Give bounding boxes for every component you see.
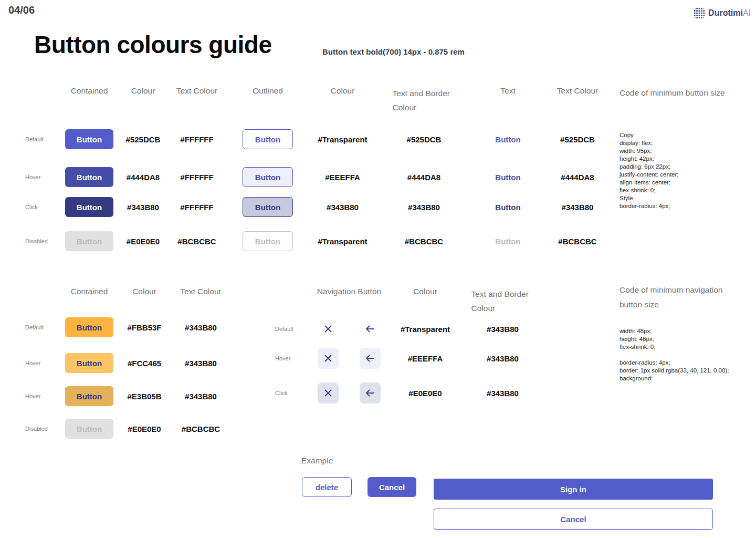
outlined-colour-value: #Transparent bbox=[310, 231, 375, 251]
col-header-text: Text bbox=[472, 86, 543, 115]
cancel-outlined-button[interactable]: Cancel bbox=[434, 509, 713, 530]
contained-colour-value: #E0E0E0 bbox=[118, 231, 168, 251]
example-section: Example delete Cancel Sign in Cancel bbox=[0, 452, 756, 538]
col-header-colour: Colour bbox=[118, 86, 168, 115]
close-button-default[interactable] bbox=[318, 318, 339, 339]
outlined-text-border-colour-value: #444DA8 bbox=[375, 167, 472, 187]
col-header-text-colour2: Text Colour bbox=[543, 86, 612, 115]
contained-button-hover[interactable]: Button bbox=[65, 167, 113, 187]
cancel-button[interactable]: Cancel bbox=[368, 477, 416, 497]
row-state-label: Disabled bbox=[23, 419, 60, 439]
delete-button[interactable]: delete bbox=[302, 477, 352, 497]
colour-value: #E3B05B bbox=[118, 386, 171, 406]
outlined-colour-value: #343B80 bbox=[310, 197, 375, 217]
outlined-button-disabled[interactable]: Button bbox=[243, 231, 293, 251]
outlined-text-border-colour-value: #BCBCBC bbox=[375, 231, 472, 251]
contained-colour-value: #343B80 bbox=[118, 197, 168, 217]
page-number: 04/06 bbox=[8, 4, 35, 16]
contained-button-disabled[interactable]: Button bbox=[65, 231, 113, 251]
primary-buttons-table: Contained Colour Text Colour Outlined Co… bbox=[0, 79, 756, 278]
row-state-label: Click bbox=[273, 382, 307, 404]
row-state-label: Default bbox=[23, 317, 60, 337]
contained-yellow-button-default[interactable]: Button bbox=[65, 317, 113, 337]
contained-colour-value: #525DCB bbox=[118, 129, 168, 149]
button-size-code: Copy display: flex; width: 95px; height:… bbox=[620, 131, 679, 210]
contained-text-colour-value: #FFFFFF bbox=[168, 197, 226, 217]
nav-colour-value: #E0E0E0 bbox=[391, 382, 459, 404]
table-row-disabled: Disabled Button #E0E0E0 #BCBCBC bbox=[0, 419, 315, 439]
arrow-left-icon bbox=[364, 388, 376, 398]
row-state-label: Hover bbox=[23, 386, 60, 406]
table-row-default: Default Button #FBB53F #343B80 bbox=[0, 317, 315, 337]
arrow-left-icon bbox=[364, 324, 376, 334]
colour-value: #FCC465 bbox=[118, 353, 171, 373]
text-button-disabled[interactable]: Button bbox=[495, 237, 520, 246]
close-icon bbox=[323, 324, 333, 334]
back-button-default[interactable] bbox=[360, 318, 381, 339]
secondary-buttons-table: Contained Colour Text Colour Default But… bbox=[0, 278, 756, 452]
text-text-colour-value: #343B80 bbox=[543, 197, 612, 217]
row-state-label: Disabled bbox=[23, 231, 60, 251]
logo-suffix: AI bbox=[743, 8, 751, 17]
row-state-label: Hover bbox=[273, 348, 307, 369]
contained-button-default[interactable]: Button bbox=[65, 129, 113, 149]
col-header-nav-code: Code of minimum navigation button size bbox=[620, 283, 732, 312]
outlined-colour-value: #Transparent bbox=[310, 129, 375, 149]
contained-text-colour-value: #FFFFFF bbox=[168, 129, 226, 149]
col-header-colour: Colour bbox=[118, 287, 171, 296]
nav-colour-value: #Transparent bbox=[391, 318, 459, 339]
outlined-colour-value: #EEEFFA bbox=[310, 167, 375, 187]
sign-in-button[interactable]: Sign in bbox=[434, 479, 713, 500]
col-header-outlined: Outlined bbox=[226, 86, 310, 115]
text-button-hover[interactable]: Button bbox=[495, 173, 520, 182]
outlined-button-default[interactable]: Button bbox=[243, 129, 293, 149]
nav-colour-value: #EEEFFA bbox=[391, 348, 459, 369]
close-button-hover[interactable] bbox=[318, 348, 339, 369]
nav-text-border-colour-value: #343B80 bbox=[459, 382, 546, 404]
logo-name: Durotimi bbox=[708, 8, 743, 17]
col-header-text-colour: Text Colour bbox=[171, 287, 231, 296]
outlined-button-hover[interactable]: Button bbox=[243, 167, 293, 187]
text-text-colour-value: #BCBCBC bbox=[543, 231, 612, 251]
col-header-contained: Contained bbox=[60, 287, 118, 296]
table-row-hover: Hover Button #FCC465 #343B80 bbox=[0, 353, 315, 373]
logo-dots-icon bbox=[692, 6, 706, 20]
colour-value: #E0E0E0 bbox=[118, 419, 171, 439]
back-button-click[interactable] bbox=[360, 382, 381, 404]
logo: DurotimiAI bbox=[692, 6, 751, 20]
text-colour-value: #BCBCBC bbox=[171, 419, 231, 439]
row-state-label: Click bbox=[23, 197, 60, 217]
outlined-text-border-colour-value: #525DCB bbox=[375, 129, 472, 149]
table-row-click: Hover Button #E3B05B #343B80 bbox=[0, 386, 315, 406]
close-button-click[interactable] bbox=[318, 382, 339, 404]
col-header-text-border-colour: Text and Border Colour bbox=[393, 86, 456, 115]
col-header-text-border-colour: Text and Border Colour bbox=[471, 287, 534, 315]
contained-yellow-button-disabled[interactable]: Button bbox=[65, 419, 113, 439]
row-state-label: Default bbox=[23, 129, 60, 149]
table2-header-row: Contained Colour Text Colour bbox=[0, 287, 315, 296]
nav-button-size-code: width: 48px; height: 48px; flex-shrink: … bbox=[620, 327, 729, 382]
nav-text-border-colour-value: #343B80 bbox=[459, 348, 546, 369]
text-button-default[interactable]: Button bbox=[495, 135, 520, 144]
row-state-label: Hover bbox=[23, 167, 60, 187]
contained-text-colour-value: #BCBCBC bbox=[168, 231, 226, 251]
text-colour-value: #343B80 bbox=[171, 386, 231, 406]
row-state-label: Hover bbox=[23, 353, 60, 373]
col-header-colour2: Colour bbox=[310, 86, 375, 115]
close-icon bbox=[323, 353, 333, 364]
contained-text-colour-value: #FFFFFF bbox=[168, 167, 226, 187]
text-colour-value: #343B80 bbox=[171, 317, 231, 337]
text-button-click[interactable]: Button bbox=[495, 203, 520, 212]
button-colours-guide-page: 04/06 DurotimiAI Button colours guide Bu… bbox=[0, 0, 756, 538]
nav-text-border-colour-value: #343B80 bbox=[459, 318, 546, 339]
back-button-hover[interactable] bbox=[360, 348, 381, 369]
col-header-navigation-button: Navigation Button bbox=[307, 287, 391, 315]
outlined-button-click[interactable]: Button bbox=[243, 197, 293, 217]
row-state-label: Default bbox=[273, 318, 307, 339]
contained-button-click[interactable]: Button bbox=[65, 197, 113, 217]
col-header-contained: Contained bbox=[60, 86, 118, 115]
contained-yellow-button-click[interactable]: Button bbox=[65, 386, 113, 406]
contained-yellow-button-hover[interactable]: Button bbox=[65, 353, 113, 373]
page-title: Button colours guide bbox=[34, 30, 272, 59]
text-text-colour-value: #444DA8 bbox=[543, 167, 612, 187]
